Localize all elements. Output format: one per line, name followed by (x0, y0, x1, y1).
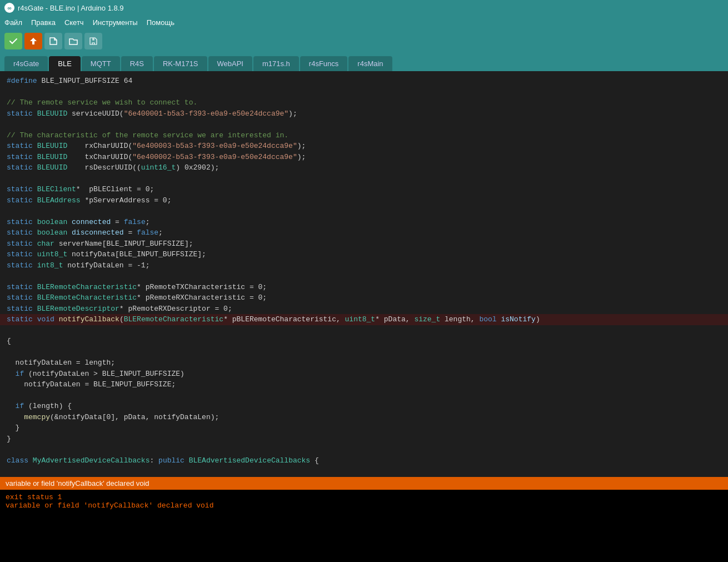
menubar: Файл Правка Скетч Инструменты Помощь (0, 16, 728, 29)
tab-m171sh[interactable]: m171s.h (253, 56, 299, 71)
menu-edit[interactable]: Правка (31, 18, 56, 27)
upload-button[interactable] (24, 33, 42, 49)
verify-button[interactable] (4, 33, 22, 49)
console-header: variable or field 'notifyCallback' decla… (0, 477, 728, 490)
console-output: exit status 1 variable or field 'notifyC… (0, 490, 728, 562)
app-logo (4, 3, 14, 13)
tabbar: r4sGate BLE MQTT R4S RK-M171S WebAPI m17… (0, 53, 728, 71)
menu-help[interactable]: Помощь (147, 18, 174, 27)
code-editor[interactable]: #define BLE_INPUT_BUFFSIZE 64 // The rem… (0, 71, 728, 477)
tab-r4smain[interactable]: r4sMain (348, 56, 392, 71)
console-header-text: variable or field 'notifyCallback' decla… (6, 479, 149, 488)
tab-r4s[interactable]: R4S (121, 56, 153, 71)
save-button[interactable] (84, 33, 102, 49)
tab-rkm171s[interactable]: RK-M171S (154, 56, 207, 71)
console-line-1: exit status 1 (6, 493, 722, 501)
tab-r4sfuncs[interactable]: r4sFuncs (300, 56, 347, 71)
open-button[interactable] (64, 33, 82, 49)
tab-ble[interactable]: BLE (49, 56, 81, 71)
new-button[interactable] (44, 33, 62, 49)
menu-sketch[interactable]: Скетч (64, 18, 84, 27)
titlebar: r4sGate - BLE.ino | Arduino 1.8.9 (0, 0, 728, 16)
menu-file[interactable]: Файл (4, 18, 22, 27)
title-text: r4sGate - BLE.ino | Arduino 1.8.9 (18, 4, 124, 12)
tab-mqtt[interactable]: MQTT (82, 56, 120, 71)
toolbar (0, 29, 728, 53)
menu-tools[interactable]: Инструменты (93, 18, 138, 27)
tab-webapi[interactable]: WebAPI (208, 56, 252, 71)
console-line-2: variable or field 'notifyCallback' decla… (6, 501, 722, 510)
tab-r4sgate[interactable]: r4sGate (4, 56, 48, 71)
